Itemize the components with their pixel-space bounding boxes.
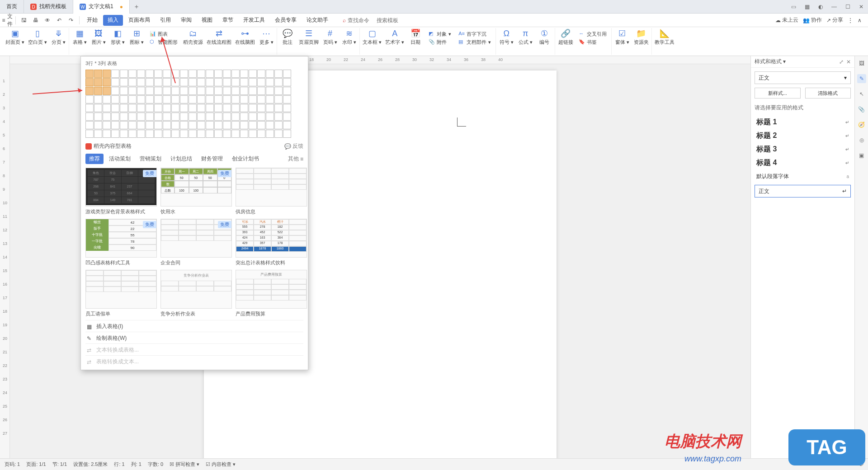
grid-cell[interactable]	[283, 78, 291, 86]
sb-line[interactable]: 行: 1	[114, 461, 124, 468]
tpl-card-9[interactable]: 产品费用预算产品费用预算	[236, 270, 307, 317]
grid-cell[interactable]	[214, 121, 222, 129]
grid-cell[interactable]	[197, 121, 205, 129]
grid-cell[interactable]	[111, 95, 119, 103]
grid-cell[interactable]	[120, 113, 128, 121]
grid-cell[interactable]	[111, 130, 119, 138]
grid-cell[interactable]	[240, 95, 248, 103]
panel-pin-icon[interactable]: ⤢	[839, 59, 844, 65]
grid-cell[interactable]	[240, 87, 248, 95]
grid-cell[interactable]	[197, 113, 205, 121]
grid-cell[interactable]	[154, 104, 162, 112]
grid-cell[interactable]	[257, 78, 265, 86]
cover-button[interactable]: ▣封面页 ▾	[5, 29, 24, 46]
tpl-card-5[interactable]: 免费企业合同	[160, 219, 232, 266]
style-h2[interactable]: 标题 2↵	[755, 129, 851, 142]
symbol-button[interactable]: Ω符号 ▾	[499, 29, 514, 46]
table-button[interactable]: ▦表格 ▾	[72, 29, 87, 47]
maximize-button[interactable]: ☐	[841, 0, 854, 14]
teach-button[interactable]: 📐教学工具	[655, 29, 675, 46]
grid-cell[interactable]	[94, 113, 102, 121]
grid-cell[interactable]	[180, 130, 188, 138]
tpl-tab-recommend[interactable]: 推荐	[85, 154, 104, 164]
grid-cell[interactable]	[283, 87, 291, 95]
grid-cell[interactable]	[214, 87, 222, 95]
grid-cell[interactable]	[274, 95, 283, 103]
grid-cell[interactable]	[214, 113, 222, 121]
minimize-button[interactable]: —	[827, 0, 841, 14]
menu-layout[interactable]: 页面布局	[124, 15, 155, 26]
grid-cell[interactable]	[223, 104, 231, 112]
style-body-apply[interactable]: 正文↵	[755, 185, 851, 197]
tpl-card-8[interactable]: 竞争分析作业表竞争分析作业表	[160, 270, 232, 317]
grid-cell[interactable]	[94, 130, 102, 138]
grid-cell[interactable]	[146, 70, 154, 78]
grid-cell[interactable]	[94, 104, 102, 112]
grid-cell[interactable]	[283, 104, 291, 112]
crossref-button[interactable]: ↔交叉引用	[579, 30, 607, 38]
grid-cell[interactable]	[274, 130, 283, 138]
wordart-button[interactable]: A艺术字 ▾	[385, 29, 404, 47]
grid-cell[interactable]	[163, 113, 171, 121]
grid-cell[interactable]	[231, 121, 240, 129]
headerfooter-button[interactable]: ☰页眉页脚	[299, 29, 319, 46]
tpl-tab-activity[interactable]: 活动策划	[105, 154, 134, 164]
grid-cell[interactable]	[128, 130, 137, 138]
grid-cell[interactable]	[163, 95, 171, 103]
rt-style-icon[interactable]: ✎	[857, 74, 866, 83]
link-button[interactable]: 🔗超链接	[558, 29, 573, 47]
grid-cell[interactable]	[189, 78, 197, 86]
grid-cell[interactable]	[163, 87, 171, 95]
grid-cell[interactable]	[189, 104, 197, 112]
grid-cell[interactable]	[206, 78, 214, 86]
grid-cell[interactable]	[249, 87, 257, 95]
grid-cell[interactable]	[214, 70, 222, 78]
grid-cell[interactable]	[111, 70, 119, 78]
grid-cell[interactable]	[154, 130, 162, 138]
grid-cell[interactable]	[103, 70, 111, 78]
tab-doc[interactable]: W 文字文稿1 ●	[73, 0, 130, 14]
grid-cell[interactable]	[94, 95, 102, 103]
grid-cell[interactable]	[146, 130, 154, 138]
grid-cell[interactable]	[85, 121, 94, 129]
grid-cell[interactable]	[257, 95, 265, 103]
form-button[interactable]: ☑窗体 ▾	[614, 29, 630, 46]
new-style-button[interactable]: 新样式...	[755, 88, 801, 99]
grid-cell[interactable]	[266, 121, 274, 129]
grid-cell[interactable]	[111, 104, 119, 112]
grid-cell[interactable]	[274, 104, 283, 112]
grid-cell[interactable]	[223, 78, 231, 86]
menu-reference[interactable]: 引用	[156, 15, 175, 26]
number-button[interactable]: ①编号	[537, 29, 552, 46]
grid-cell[interactable]	[85, 130, 94, 138]
grid-cell[interactable]	[206, 70, 214, 78]
grid-cell[interactable]	[223, 70, 231, 78]
grid-cell[interactable]	[154, 95, 162, 103]
grid-cell[interactable]	[223, 130, 231, 138]
grid-cell[interactable]	[283, 113, 291, 121]
grid-cell[interactable]	[274, 87, 283, 95]
grid-cell[interactable]	[180, 70, 188, 78]
grid-cell[interactable]	[163, 130, 171, 138]
grid-cell[interactable]	[128, 78, 137, 86]
grid-icon[interactable]: ▦	[800, 0, 814, 14]
attach-button[interactable]: 📎附件	[429, 38, 451, 46]
sb-content[interactable]: ☑ 内容检查 ▾	[206, 461, 236, 468]
insert-table-item[interactable]: ▦插入表格(I)	[85, 320, 303, 332]
grid-cell[interactable]	[231, 113, 240, 121]
grid-cell[interactable]	[266, 70, 274, 78]
grid-cell[interactable]	[249, 113, 257, 121]
grid-cell[interactable]	[111, 121, 119, 129]
grid-cell[interactable]	[128, 95, 137, 103]
grid-cell[interactable]	[189, 87, 197, 95]
grid-cell[interactable]	[274, 121, 283, 129]
grid-cell[interactable]	[146, 104, 154, 112]
grid-cell[interactable]	[111, 78, 119, 86]
grid-cell[interactable]	[257, 104, 265, 112]
grid-cell[interactable]	[137, 70, 145, 78]
sb-position[interactable]: 设置值: 2.5厘米	[73, 461, 108, 468]
grid-cell[interactable]	[103, 87, 111, 95]
grid-cell[interactable]	[231, 78, 240, 86]
table-grid-picker[interactable]	[85, 70, 303, 138]
grid-cell[interactable]	[146, 121, 154, 129]
